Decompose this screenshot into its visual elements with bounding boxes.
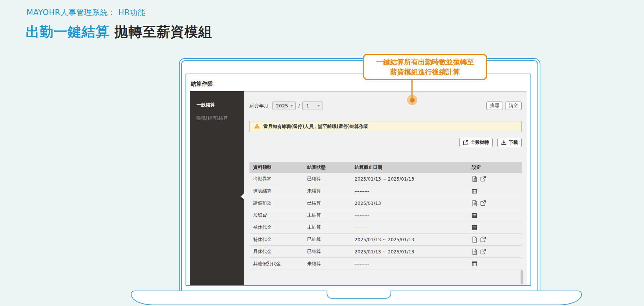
data-type-cell: 其他假別代金: [249, 261, 307, 267]
settings-cell: [472, 261, 522, 267]
status-cell: 已結算: [307, 249, 355, 255]
status-cell: 已結算: [307, 176, 355, 182]
deadline-cell: 2025/01/13 ~ 2025/01/13: [355, 237, 472, 242]
settings-cell: [472, 188, 522, 194]
document-icon[interactable]: [472, 249, 478, 255]
closing-table-body: 出勤異常 已結算 2025/01/13 ~ 2025/01/13 班表結算 未結…: [249, 173, 522, 270]
sidebar: 一般結算 離職(留停)結算: [190, 91, 244, 285]
document-icon[interactable]: [472, 236, 478, 243]
callout-line2: 薪資模組進行後續計算: [390, 67, 460, 77]
month-select-value: 1: [306, 103, 315, 108]
export-icon[interactable]: [480, 249, 486, 255]
page-title-highlight: 出勤一鍵結算: [26, 24, 109, 40]
status-cell: 已結算: [307, 200, 355, 206]
export-icon[interactable]: [480, 200, 486, 206]
callout-pointer-dot-core: [410, 98, 415, 103]
header-status: 結算狀態: [307, 164, 355, 171]
table-row: 加班費 未結算 ---------: [249, 209, 522, 221]
export-icon: [463, 140, 468, 145]
settings-cell: [472, 213, 522, 218]
download-label: 下載: [509, 139, 518, 146]
deadline-cell: 2025/01/13: [355, 200, 472, 206]
year-select-value: 2025: [276, 103, 288, 108]
sidebar-item-resigned-closing[interactable]: 離職(留停)結算: [190, 111, 244, 125]
data-type-cell: 請假扣款: [249, 200, 307, 206]
deadline-cell: ---------: [355, 188, 472, 194]
calculator-icon[interactable]: [472, 188, 477, 194]
data-type-cell: 月休代金: [249, 249, 307, 255]
annotation-callout: 一鍵結算所有出勤時數並拋轉至 薪資模組進行後續計算: [363, 54, 487, 80]
date-separator: /: [298, 103, 300, 108]
settings-cell: [472, 236, 522, 243]
app-window-title: 結算作業: [191, 81, 213, 88]
table-row: 班表結算 未結算 ---------: [249, 185, 522, 197]
calculator-icon[interactable]: [472, 213, 477, 218]
deadline-cell: ---------: [355, 261, 472, 267]
deadline-cell: ---------: [355, 225, 472, 230]
deadline-cell: 2025/01/13 ~ 2025/01/13: [355, 249, 472, 255]
status-cell: 未結算: [307, 212, 355, 218]
download-button[interactable]: 下載: [497, 138, 522, 147]
laptop-hinge-notch: [327, 291, 391, 299]
export-icon[interactable]: [480, 176, 486, 182]
page-title: 出勤一鍵結算 拋轉至薪資模組: [26, 23, 212, 41]
closing-table: 資料類型 結算狀態 結算截止日期 設定 出勤異常 已結算 2025/01/13 …: [249, 162, 522, 270]
data-type-cell: 加班費: [249, 212, 307, 218]
status-cell: 已結算: [307, 236, 355, 243]
page-title-rest: 拋轉至薪資模組: [109, 24, 212, 40]
data-type-cell: 班表結算: [249, 188, 307, 194]
laptop-base: [131, 291, 582, 305]
data-type-cell: 特休代金: [249, 236, 307, 243]
clear-button[interactable]: 清空: [505, 102, 522, 110]
active-item-notch: [241, 193, 244, 200]
app-window: 結算作業 一般結算 離職(留停)結算 薪資年月 2025 / 1 搜尋: [186, 74, 531, 286]
table-row: 補休代金 未結算 ---------: [249, 221, 522, 234]
sidebar-item-general-closing[interactable]: 一般結算: [190, 91, 244, 111]
search-button[interactable]: 搜尋: [486, 102, 503, 110]
section-divider: [249, 116, 522, 116]
action-bar: 全數拋轉 下載: [249, 138, 522, 147]
document-icon[interactable]: [472, 200, 478, 206]
settings-cell: [472, 200, 522, 206]
month-select[interactable]: 1: [302, 102, 323, 110]
table-row: 請假扣款 已結算 2025/01/13: [249, 197, 522, 209]
page: { "page": { "eyebrow": "MAYOHR人事管理系統： HR…: [0, 0, 644, 306]
table-row: 其他假別代金 未結算 ---------: [249, 258, 522, 270]
status-cell: 未結算: [307, 188, 355, 194]
warning-icon: [254, 123, 260, 130]
download-icon: [501, 140, 507, 145]
chevron-down-icon: [317, 105, 320, 107]
breadcrumb: MAYOHR人事管理系統： HR功能: [26, 7, 146, 18]
main-content: 薪資年月 2025 / 1 搜尋 清空 當月如有離職(留停)人: [244, 91, 527, 285]
app-body: 一般結算 離職(留停)結算 薪資年月 2025 / 1 搜尋 清空: [186, 91, 530, 285]
chevron-down-icon: [290, 105, 293, 107]
table-row: 月休代金 已結算 2025/01/13 ~ 2025/01/13: [249, 246, 522, 258]
settings-cell: [472, 225, 522, 230]
status-cell: 未結算: [307, 224, 355, 231]
status-cell: 未結算: [307, 261, 355, 267]
transfer-all-button[interactable]: 全數拋轉: [459, 138, 493, 147]
document-icon[interactable]: [472, 176, 478, 182]
export-icon[interactable]: [480, 236, 486, 242]
calculator-icon[interactable]: [472, 261, 477, 267]
filter-bar: 薪資年月 2025 / 1 搜尋 清空: [249, 102, 522, 110]
header-settings: 設定: [472, 164, 522, 171]
table-row: 特休代金 已結算 2025/01/13 ~ 2025/01/13: [249, 234, 522, 246]
calculator-icon[interactable]: [472, 225, 477, 230]
settings-cell: [472, 249, 522, 255]
header-data-type: 資料類型: [249, 164, 307, 171]
callout-line1: 一鍵結算所有出勤時數並拋轉至: [376, 57, 474, 67]
year-select[interactable]: 2025: [272, 102, 296, 110]
scrollbar[interactable]: [521, 270, 523, 284]
settings-cell: [472, 176, 522, 182]
deadline-cell: 2025/01/13 ~ 2025/01/13: [355, 176, 472, 182]
table-header-row: 資料類型 結算狀態 結算截止日期 設定: [249, 162, 522, 173]
notice-text: 當月如有離職(留停)人員，請至離職(留停)結算作業: [263, 124, 368, 130]
notice-banner: 當月如有離職(留停)人員，請至離職(留停)結算作業: [249, 121, 522, 132]
callout-pointer-dot: [407, 95, 417, 105]
data-type-cell: 補休代金: [249, 224, 307, 231]
transfer-all-label: 全數拋轉: [471, 139, 489, 146]
data-type-cell: 出勤異常: [249, 176, 307, 182]
deadline-cell: ---------: [355, 213, 472, 218]
salary-month-label: 薪資年月: [249, 103, 269, 109]
